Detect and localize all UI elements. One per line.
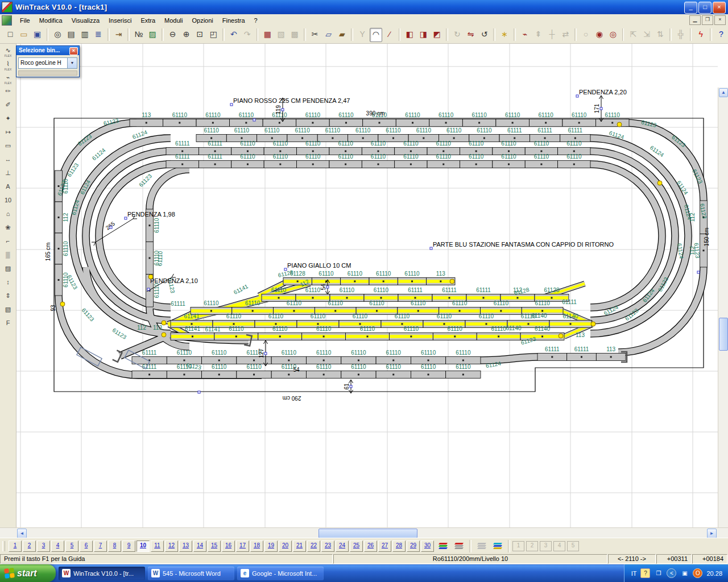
curve-tool-icon[interactable]: ◠ <box>370 28 382 42</box>
menu-item-moduli[interactable]: Moduli <box>160 15 187 26</box>
undo-icon[interactable]: ↶ <box>228 28 240 42</box>
back-tray-icon[interactable]: < <box>667 568 676 578</box>
freehand-icon[interactable]: ✐ <box>1 99 15 112</box>
anchor-handle[interactable] <box>600 107 602 110</box>
menu-item-inserisci[interactable]: Inserisci <box>104 15 136 26</box>
buffer-stop[interactable] <box>113 350 122 362</box>
flex-custom-icon[interactable]: ⌁FLEX <box>1 72 15 85</box>
page-button-9[interactable]: 9 <box>122 541 135 552</box>
zoom-fit-icon[interactable]: ◰ <box>207 28 220 42</box>
page-button-24[interactable]: 24 <box>336 541 349 552</box>
page-button-7[interactable]: 7 <box>94 541 107 552</box>
vertical-scroll-thumb[interactable] <box>719 318 728 351</box>
horizontal-scrollbar[interactable]: ◄ ► <box>0 527 728 538</box>
page-button-30[interactable]: 30 <box>421 541 434 552</box>
menu-item-extra[interactable]: Extra <box>136 15 160 26</box>
gradient-tool-icon[interactable]: ∕ <box>383 28 396 42</box>
anchor-handle[interactable] <box>147 288 150 290</box>
new-part-icon[interactable]: ∗ <box>498 28 511 42</box>
page-button-11[interactable]: 11 <box>151 541 164 552</box>
select-group-icon[interactable]: ◎ <box>607 28 619 42</box>
anchor-handle[interactable] <box>284 268 287 271</box>
image-icon[interactable]: ▨ <box>1 263 15 276</box>
track-selection-palette[interactable]: Selezione bin... × Roco geoLine H ▼ <box>16 45 80 77</box>
anchor-handle[interactable] <box>350 385 352 388</box>
mdi-restore-button[interactable]: ❐ <box>702 15 713 25</box>
open-file-icon[interactable]: ▭ <box>18 28 30 42</box>
anchor-handle[interactable] <box>198 391 200 393</box>
page-button-5[interactable]: 5 <box>65 541 78 552</box>
palette-title-bar[interactable]: Selezione bin... × <box>16 46 79 55</box>
anchor-handle[interactable] <box>576 95 578 97</box>
page-button-2[interactable]: 2 <box>23 541 36 552</box>
network-tray-icon[interactable]: ▣ <box>680 569 689 577</box>
anchor-handle[interactable] <box>253 119 255 121</box>
context-help-icon[interactable]: ? <box>715 28 727 42</box>
page-button-6[interactable]: 6 <box>80 541 93 552</box>
taskbar-task-0[interactable]: WWinTrack V10.0 - [tr... <box>59 567 145 580</box>
background-image-icon[interactable]: ▨ <box>146 28 159 42</box>
start-button[interactable]: start <box>0 564 56 582</box>
page-button-21[interactable]: 21 <box>293 541 306 552</box>
h-dim-icon[interactable]: ⇕ <box>1 290 15 303</box>
update-tray-icon[interactable]: O <box>693 568 702 578</box>
page-button-14[interactable]: 14 <box>193 541 206 552</box>
scenery-icon[interactable]: ❀ <box>1 222 15 235</box>
zoom-out-icon[interactable]: ⊖ <box>167 28 179 42</box>
page-button-22[interactable]: 22 <box>307 541 320 552</box>
anchor-handle[interactable] <box>125 217 127 219</box>
save-file-icon[interactable]: ▣ <box>31 28 44 42</box>
window-tray-icon[interactable]: ❐ <box>654 569 663 577</box>
mdi-minimize-button[interactable]: ▁ <box>689 15 701 25</box>
palette-close-icon[interactable]: × <box>69 47 78 55</box>
building-icon[interactable]: ⌂ <box>1 208 15 221</box>
layers-all-icon[interactable] <box>436 540 450 552</box>
menu-item-[interactable]: ? <box>250 15 262 26</box>
page-button-19[interactable]: 19 <box>264 541 278 552</box>
page-button-10[interactable]: 10 <box>136 541 150 552</box>
page-button-20[interactable]: 20 <box>279 541 292 552</box>
anchor-handle[interactable] <box>326 286 329 288</box>
menu-item-file[interactable]: File <box>15 15 35 26</box>
layers-blue-icon[interactable] <box>490 540 505 552</box>
page-button-28[interactable]: 28 <box>392 541 406 552</box>
spacing-icon[interactable]: ↔ <box>1 153 15 167</box>
menu-item-modifica[interactable]: Modifica <box>35 15 67 26</box>
terrain-icon[interactable]: ▒ <box>1 249 15 262</box>
track-curve[interactable] <box>150 169 189 209</box>
anchor-handle[interactable] <box>282 109 284 111</box>
maximize-button[interactable]: □ <box>698 2 712 14</box>
flex-join-icon[interactable]: ⌁ <box>519 28 531 42</box>
numbering-icon[interactable]: 10 <box>1 194 15 207</box>
menu-item-visualizza[interactable]: Visualizza <box>67 15 104 26</box>
drawing-area[interactable]: 1136111061110611106111061110611106111061… <box>0 44 728 527</box>
page-button-18[interactable]: 18 <box>250 541 263 552</box>
page-button-15[interactable]: 15 <box>208 541 221 552</box>
selection-marker[interactable] <box>591 322 595 326</box>
magic-tool-icon[interactable]: ✦ <box>1 113 15 126</box>
anchor-handle[interactable] <box>230 103 233 106</box>
page-button-16[interactable]: 16 <box>222 541 235 552</box>
anchor-handle[interactable] <box>264 352 267 355</box>
language-indicator[interactable]: IT <box>631 570 637 577</box>
paste-icon[interactable]: ▰ <box>336 28 349 42</box>
scroll-right-icon[interactable]: ► <box>707 529 717 538</box>
flex-720-icon[interactable]: ⌇FLEX <box>1 58 15 71</box>
page-button-25[interactable]: 25 <box>350 541 363 552</box>
track-system-select[interactable]: Roco geoLine H ▼ <box>18 57 77 69</box>
report-icon[interactable]: ▦ <box>261 28 274 42</box>
chevron-down-icon[interactable]: ▼ <box>67 58 77 68</box>
print-preview-icon[interactable]: ◎ <box>51 28 64 42</box>
bring-front-icon[interactable]: ◨ <box>417 28 429 42</box>
print-icon[interactable]: ▤ <box>65 28 77 42</box>
page-button-26[interactable]: 26 <box>364 541 377 552</box>
cut-icon[interactable]: ✂ <box>309 28 321 42</box>
track-plan-canvas[interactable]: 1136111061110611106111061110611106111061… <box>0 44 728 527</box>
scroll-left-icon[interactable]: ◄ <box>17 529 27 538</box>
page-button-13[interactable]: 13 <box>179 541 192 552</box>
selection-marker[interactable] <box>657 181 662 185</box>
new-file-icon[interactable]: □ <box>4 28 16 42</box>
title-bar[interactable]: WinTrack V10.0 - [track1] _ □ × <box>0 0 728 14</box>
page-button-23[interactable]: 23 <box>321 541 334 552</box>
send-back-icon[interactable]: ◩ <box>431 28 443 42</box>
